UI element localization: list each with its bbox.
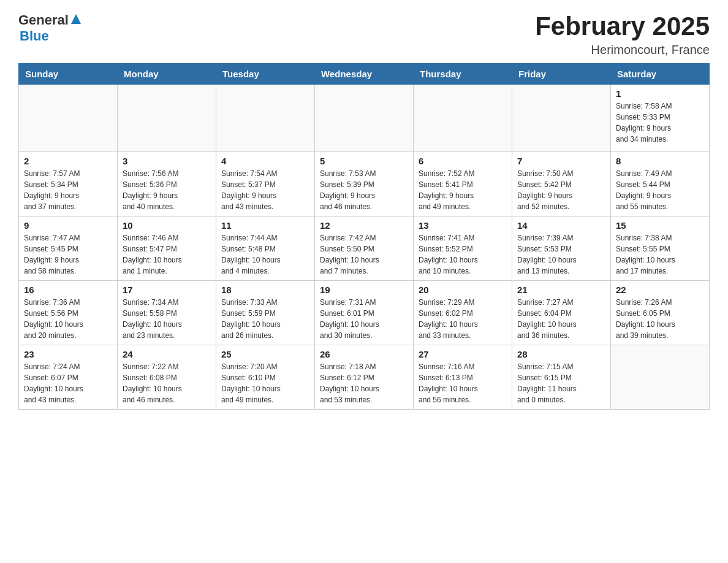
- calendar-day-cell: 15Sunrise: 7:38 AMSunset: 5:55 PMDayligh…: [611, 216, 710, 281]
- day-number: 23: [24, 349, 112, 359]
- calendar-day-cell: 23Sunrise: 7:24 AMSunset: 6:07 PMDayligh…: [19, 345, 118, 410]
- day-info: Sunrise: 7:44 AMSunset: 5:48 PMDaylight:…: [221, 232, 309, 277]
- day-number: 1: [616, 88, 704, 99]
- month-year-title: February 2025: [535, 12, 710, 40]
- day-info: Sunrise: 7:38 AMSunset: 5:55 PMDaylight:…: [616, 232, 704, 277]
- calendar-day-cell: [611, 345, 710, 410]
- day-info: Sunrise: 7:58 AMSunset: 5:33 PMDaylight:…: [616, 101, 704, 145]
- day-info: Sunrise: 7:16 AMSunset: 6:13 PMDaylight:…: [419, 361, 507, 405]
- day-number: 10: [123, 220, 211, 231]
- day-info: Sunrise: 7:26 AMSunset: 6:05 PMDaylight:…: [616, 297, 704, 341]
- calendar-day-cell: [512, 85, 611, 152]
- day-info: Sunrise: 7:50 AMSunset: 5:42 PMDaylight:…: [517, 168, 605, 212]
- day-number: 13: [419, 220, 507, 231]
- calendar-day-cell: 17Sunrise: 7:34 AMSunset: 5:58 PMDayligh…: [118, 281, 216, 345]
- day-info: Sunrise: 7:24 AMSunset: 6:07 PMDaylight:…: [24, 361, 112, 405]
- calendar-day-cell: 27Sunrise: 7:16 AMSunset: 6:13 PMDayligh…: [414, 345, 512, 410]
- day-info: Sunrise: 7:34 AMSunset: 5:58 PMDaylight:…: [123, 297, 211, 341]
- day-number: 2: [24, 156, 112, 166]
- svg-marker-0: [71, 14, 81, 24]
- calendar-day-cell: [315, 85, 414, 152]
- calendar-day-cell: 5Sunrise: 7:53 AMSunset: 5:39 PMDaylight…: [315, 152, 414, 216]
- day-info: Sunrise: 7:33 AMSunset: 5:59 PMDaylight:…: [221, 297, 309, 341]
- calendar-day-cell: 20Sunrise: 7:29 AMSunset: 6:02 PMDayligh…: [414, 281, 512, 345]
- day-number: 25: [221, 349, 309, 359]
- calendar-week-row: 23Sunrise: 7:24 AMSunset: 6:07 PMDayligh…: [19, 345, 710, 410]
- calendar-day-cell: 14Sunrise: 7:39 AMSunset: 5:53 PMDayligh…: [512, 216, 611, 281]
- calendar-day-cell: 22Sunrise: 7:26 AMSunset: 6:05 PMDayligh…: [611, 281, 710, 345]
- calendar-day-cell: [118, 85, 216, 152]
- day-info: Sunrise: 7:52 AMSunset: 5:41 PMDaylight:…: [419, 168, 507, 212]
- day-number: 26: [320, 349, 408, 359]
- day-info: Sunrise: 7:54 AMSunset: 5:37 PMDaylight:…: [221, 168, 309, 212]
- calendar-day-cell: 12Sunrise: 7:42 AMSunset: 5:50 PMDayligh…: [315, 216, 414, 281]
- day-info: Sunrise: 7:46 AMSunset: 5:47 PMDaylight:…: [123, 232, 211, 277]
- day-number: 6: [419, 156, 507, 166]
- day-of-week-header: Monday: [118, 64, 216, 85]
- calendar-header-row: SundayMondayTuesdayWednesdayThursdayFrid…: [19, 64, 710, 85]
- calendar-day-cell: 3Sunrise: 7:56 AMSunset: 5:36 PMDaylight…: [118, 152, 216, 216]
- day-info: Sunrise: 7:29 AMSunset: 6:02 PMDaylight:…: [419, 297, 507, 341]
- day-number: 19: [320, 285, 408, 295]
- day-number: 14: [517, 220, 605, 231]
- day-number: 28: [517, 349, 605, 359]
- day-number: 9: [24, 220, 112, 231]
- calendar-day-cell: 11Sunrise: 7:44 AMSunset: 5:48 PMDayligh…: [216, 216, 315, 281]
- calendar-week-row: 1Sunrise: 7:58 AMSunset: 5:33 PMDaylight…: [19, 85, 710, 152]
- logo-blue-text: Blue: [20, 28, 82, 44]
- day-of-week-header: Wednesday: [315, 64, 414, 85]
- calendar-day-cell: 26Sunrise: 7:18 AMSunset: 6:12 PMDayligh…: [315, 345, 414, 410]
- day-info: Sunrise: 7:20 AMSunset: 6:10 PMDaylight:…: [221, 361, 309, 405]
- calendar-day-cell: 13Sunrise: 7:41 AMSunset: 5:52 PMDayligh…: [414, 216, 512, 281]
- calendar-table: SundayMondayTuesdayWednesdayThursdayFrid…: [18, 63, 710, 410]
- calendar-day-cell: [414, 85, 512, 152]
- calendar-day-cell: 24Sunrise: 7:22 AMSunset: 6:08 PMDayligh…: [118, 345, 216, 410]
- day-info: Sunrise: 7:53 AMSunset: 5:39 PMDaylight:…: [320, 168, 408, 212]
- day-number: 12: [320, 220, 408, 231]
- calendar-day-cell: 28Sunrise: 7:15 AMSunset: 6:15 PMDayligh…: [512, 345, 611, 410]
- calendar-day-cell: 2Sunrise: 7:57 AMSunset: 5:34 PMDaylight…: [19, 152, 118, 216]
- day-number: 4: [221, 156, 309, 166]
- day-info: Sunrise: 7:49 AMSunset: 5:44 PMDaylight:…: [616, 168, 704, 212]
- calendar-day-cell: [19, 85, 118, 152]
- location-subtitle: Herimoncourt, France: [535, 43, 710, 57]
- day-number: 17: [123, 285, 211, 295]
- day-info: Sunrise: 7:39 AMSunset: 5:53 PMDaylight:…: [517, 232, 605, 277]
- day-number: 24: [123, 349, 211, 359]
- day-number: 16: [24, 285, 112, 295]
- day-number: 22: [616, 285, 704, 295]
- calendar-week-row: 9Sunrise: 7:47 AMSunset: 5:45 PMDaylight…: [19, 216, 710, 281]
- day-number: 27: [419, 349, 507, 359]
- title-section: February 2025 Herimoncourt, France: [535, 12, 710, 57]
- day-info: Sunrise: 7:22 AMSunset: 6:08 PMDaylight:…: [123, 361, 211, 405]
- day-number: 8: [616, 156, 704, 166]
- day-info: Sunrise: 7:42 AMSunset: 5:50 PMDaylight:…: [320, 232, 408, 277]
- calendar-week-row: 2Sunrise: 7:57 AMSunset: 5:34 PMDaylight…: [19, 152, 710, 216]
- day-of-week-header: Friday: [512, 64, 611, 85]
- day-of-week-header: Thursday: [414, 64, 512, 85]
- calendar-day-cell: 9Sunrise: 7:47 AMSunset: 5:45 PMDaylight…: [19, 216, 118, 281]
- calendar-day-cell: 21Sunrise: 7:27 AMSunset: 6:04 PMDayligh…: [512, 281, 611, 345]
- calendar-week-row: 16Sunrise: 7:36 AMSunset: 5:56 PMDayligh…: [19, 281, 710, 345]
- day-info: Sunrise: 7:27 AMSunset: 6:04 PMDaylight:…: [517, 297, 605, 341]
- day-number: 21: [517, 285, 605, 295]
- calendar-day-cell: 1Sunrise: 7:58 AMSunset: 5:33 PMDaylight…: [611, 85, 710, 152]
- day-number: 5: [320, 156, 408, 166]
- day-number: 18: [221, 285, 309, 295]
- calendar-day-cell: 8Sunrise: 7:49 AMSunset: 5:44 PMDaylight…: [611, 152, 710, 216]
- calendar-day-cell: 18Sunrise: 7:33 AMSunset: 5:59 PMDayligh…: [216, 281, 315, 345]
- calendar-day-cell: 16Sunrise: 7:36 AMSunset: 5:56 PMDayligh…: [19, 281, 118, 345]
- logo-general-text: General: [18, 12, 69, 28]
- calendar-day-cell: 25Sunrise: 7:20 AMSunset: 6:10 PMDayligh…: [216, 345, 315, 410]
- day-info: Sunrise: 7:57 AMSunset: 5:34 PMDaylight:…: [24, 168, 112, 212]
- day-of-week-header: Tuesday: [216, 64, 315, 85]
- day-number: 7: [517, 156, 605, 166]
- day-number: 20: [419, 285, 507, 295]
- day-info: Sunrise: 7:31 AMSunset: 6:01 PMDaylight:…: [320, 297, 408, 341]
- logo: General Blue: [18, 12, 82, 44]
- day-info: Sunrise: 7:18 AMSunset: 6:12 PMDaylight:…: [320, 361, 408, 405]
- day-of-week-header: Saturday: [611, 64, 710, 85]
- day-info: Sunrise: 7:41 AMSunset: 5:52 PMDaylight:…: [419, 232, 507, 277]
- day-number: 15: [616, 220, 704, 231]
- logo-triangle-icon: [70, 13, 82, 25]
